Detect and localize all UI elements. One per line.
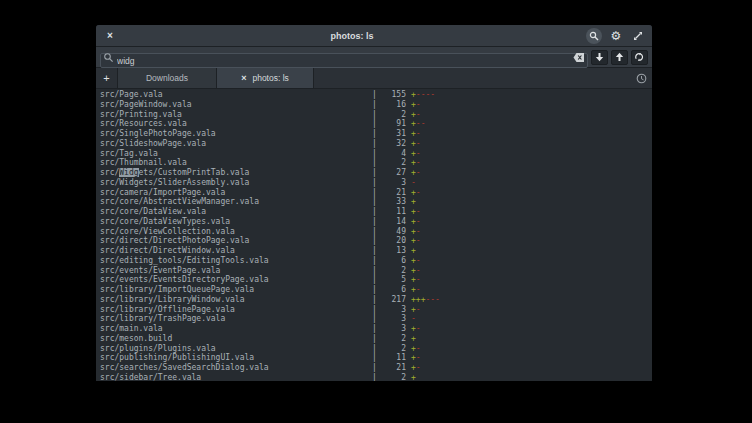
diffstat-separator: |	[372, 129, 380, 139]
wrap-search-button[interactable]	[631, 50, 648, 65]
diffstat-count: 6	[380, 285, 406, 295]
diffstat-count: 49	[380, 227, 406, 237]
settings-button[interactable]: ⚙	[608, 28, 624, 44]
diffstat-count: 3	[380, 324, 406, 334]
minus-marks: -	[411, 178, 416, 187]
diffstat-count: 2	[380, 373, 406, 381]
diffstat-count: 21	[380, 363, 406, 373]
gear-icon: ⚙	[611, 30, 622, 42]
diffstat-count: 3	[380, 305, 406, 315]
diffstat-separator: |	[372, 227, 380, 237]
clear-search-button[interactable]	[573, 52, 585, 63]
diffstat-separator: |	[372, 334, 380, 344]
minus-marks: -	[416, 149, 421, 158]
diffstat-marks: +-	[406, 100, 421, 110]
minus-marks: -	[416, 266, 421, 275]
diffstat-filename: src/library/OfflinePage.vala	[100, 305, 372, 315]
search-toggle-button[interactable]	[586, 28, 602, 44]
diffstat-marks: +-	[406, 227, 421, 237]
diffstat-filename: src/meson.build	[100, 334, 372, 344]
diffstat-separator: |	[372, 139, 380, 149]
close-tab-button[interactable]: ×	[241, 73, 246, 83]
diffstat-separator: |	[372, 344, 380, 354]
diffstat-separator: |	[372, 373, 380, 381]
terminal-output[interactable]: src/Page.vala|155+----src/PageWindow.val…	[96, 89, 652, 381]
minus-marks: -	[416, 110, 421, 119]
diffstat-filename: src/Resources.vala	[100, 119, 372, 129]
diffstat-separator: |	[372, 324, 380, 334]
diffstat-count: 32	[380, 139, 406, 149]
diffstat-marks: +----	[406, 90, 435, 100]
tab-photos-ls[interactable]: × photos: ls	[217, 68, 314, 88]
new-tab-button[interactable]: +	[96, 68, 118, 88]
diffstat-row: src/Thumbnail.vala|2+-	[100, 158, 652, 168]
diffstat-separator: |	[372, 314, 380, 324]
history-button[interactable]	[630, 68, 652, 88]
find-next-button[interactable]	[591, 50, 608, 65]
search-icon	[589, 31, 599, 41]
diffstat-row: src/camera/ImportPage.vala|21+-	[100, 188, 652, 198]
diffstat-separator: |	[372, 363, 380, 373]
search-input[interactable]	[100, 53, 588, 68]
tab-downloads[interactable]: Downloads	[118, 68, 217, 88]
diffstat-marks: +-	[406, 324, 421, 334]
diffstat-separator: |	[372, 168, 380, 178]
diffstat-separator: |	[372, 158, 380, 168]
diffstat-filename: src/Widgets/CustomPrintTab.vala	[100, 168, 372, 178]
diffstat-count: 2	[380, 110, 406, 120]
diffstat-count: 31	[380, 129, 406, 139]
diffstat-filename: src/core/DataView.vala	[100, 207, 372, 217]
minus-marks: --	[416, 119, 426, 128]
diffstat-row: src/sidebar/Tree.vala|2+	[100, 373, 652, 381]
diffstat-separator: |	[372, 305, 380, 315]
fullscreen-button[interactable]	[630, 28, 646, 44]
diffstat-count: 2	[380, 334, 406, 344]
arrow-up-icon	[615, 52, 624, 62]
minus-marks: -	[416, 285, 421, 294]
minus-marks: -	[416, 207, 421, 216]
diffstat-row: src/core/DataViewTypes.vala|14+-	[100, 217, 652, 227]
minus-marks: -	[416, 168, 421, 177]
diffstat-count: 217	[380, 295, 406, 305]
diffstat-marks: -	[406, 314, 416, 324]
diffstat-marks: +-	[406, 256, 421, 266]
diffstat-count: 27	[380, 168, 406, 178]
diffstat-filename: src/core/DataViewTypes.vala	[100, 217, 372, 227]
diffstat-count: 5	[380, 275, 406, 285]
diffstat-row: src/Page.vala|155+----	[100, 90, 652, 100]
minus-marks: -	[416, 275, 421, 284]
diffstat-count: 11	[380, 353, 406, 363]
window-close-button[interactable]: ×	[102, 28, 118, 44]
diffstat-row: src/Printing.vala|2+-	[100, 110, 652, 120]
minus-marks: -	[411, 314, 416, 323]
tabbar-spacer	[314, 68, 630, 88]
window-title: photos: ls	[118, 31, 586, 41]
diffstat-marks: +-	[406, 266, 421, 276]
diffstat-marks: +-	[406, 285, 421, 295]
diffstat-marks: +-	[406, 110, 421, 120]
diffstat-separator: |	[372, 295, 380, 305]
diffstat-count: 155	[380, 90, 406, 100]
diffstat-filename: src/SinglePhotoPage.vala	[100, 129, 372, 139]
diffstat-count: 33	[380, 197, 406, 207]
diffstat-count: 3	[380, 178, 406, 188]
diffstat-marks: +-	[406, 139, 421, 149]
diffstat-filename: src/direct/DirectWindow.vala	[100, 246, 372, 256]
diffstat-marks: -	[406, 178, 416, 188]
diffstat-count: 2	[380, 158, 406, 168]
diffstat-marks: +--	[406, 119, 425, 129]
diffstat-row: src/searches/SavedSearchDialog.vala|21+-	[100, 363, 652, 373]
diffstat-row: src/publishing/PublishingUI.vala|11+-	[100, 353, 652, 363]
diffstat-separator: |	[372, 188, 380, 198]
diffstat-separator: |	[372, 353, 380, 363]
diffstat-marks: +-	[406, 188, 421, 198]
minus-marks: ----	[416, 90, 435, 99]
diffstat-separator: |	[372, 178, 380, 188]
diffstat-marks: +-	[406, 129, 421, 139]
wrap-around-icon	[634, 52, 645, 62]
find-previous-button[interactable]	[611, 50, 628, 65]
diffstat-separator: |	[372, 275, 380, 285]
diffstat-row: src/SlideshowPage.vala|32+-	[100, 139, 652, 149]
diffstat-filename: src/events/EventsDirectoryPage.vala	[100, 275, 372, 285]
diffstat-separator: |	[372, 246, 380, 256]
